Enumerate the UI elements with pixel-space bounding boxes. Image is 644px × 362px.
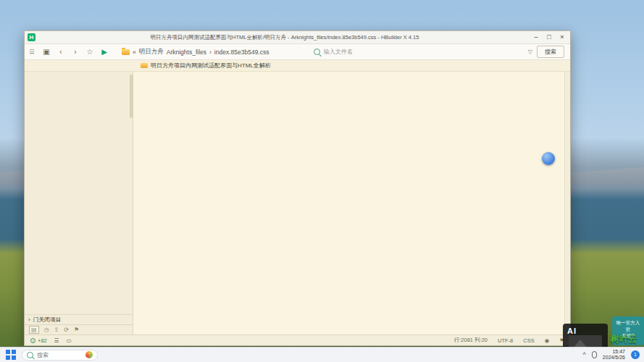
favorite-star-icon[interactable]: ☆ (83, 48, 97, 56)
hidden-icons-chevron[interactable]: ^ (583, 351, 586, 358)
search-icon (314, 49, 320, 55)
toolbar: ⌸ ▣ ‹ › ☆ ▶ « 明日方舟 Arknights_files › ind… (25, 44, 570, 60)
chevron-right-icon: › (209, 49, 212, 56)
breadcrumb-folder[interactable]: Arknights_files (167, 49, 206, 56)
back-icon[interactable]: ‹ (54, 48, 68, 56)
file-explorer-sidebar: › 门关闭项目 ▤ ◷ ⇧ ⟳ ⚑ (25, 72, 133, 334)
status-bar: i+82 ☰ ▭ 行:2081 列:20 UTF-8 CSS ◉ ⚑ (25, 334, 570, 345)
project-label[interactable]: 明日方舟项目内网测试适配界面与HTML全解析 (141, 62, 271, 70)
preview-icon[interactable]: ▭ (66, 337, 71, 344)
search-icon (27, 352, 33, 358)
sidebar-bottom-toolbar: ▤ ◷ ⇧ ⟳ ⚑ (25, 324, 133, 334)
chevron-right-icon: › (28, 316, 30, 323)
notification-badge[interactable]: 1 (631, 350, 640, 359)
search-placeholder: 输入文件名 (324, 48, 353, 56)
breadcrumb-file[interactable]: index.85e3b549.css (214, 49, 269, 56)
project-folder-icon (141, 63, 148, 68)
weather-widget-icon (85, 351, 93, 358)
taskbar-clock[interactable]: 15:47 2024/5/26 (603, 349, 625, 361)
hbuilderx-logo-icon: H (28, 33, 35, 41)
window-titlebar[interactable]: H 明日方舟项目内网测试适配界面与HTML全解析/明日方舟 - Arknight… (25, 31, 570, 44)
close-button[interactable]: × (556, 33, 568, 42)
line-col-indicator[interactable]: 行:2081 列:20 (454, 337, 488, 344)
language-indicator[interactable]: CSS (523, 337, 534, 344)
search-button[interactable]: 搜索 (537, 46, 564, 58)
taskbar: 搜索 ^ 15:47 2024/5/26 1 (0, 347, 644, 362)
minimize-button[interactable]: – (530, 33, 542, 42)
watermark-brand: 树叶云 (611, 333, 637, 345)
flag-icon[interactable]: ⚑ (74, 327, 79, 333)
run-icon[interactable]: ▶ (97, 48, 112, 56)
refresh-icon[interactable]: ⟳ (64, 327, 69, 333)
window-title: 明日方舟项目内网测试适配界面与HTML全解析/明日方舟 - Arknights_… (39, 34, 530, 41)
microphone-icon[interactable] (592, 351, 597, 358)
closed-project-row[interactable]: › 门关闭项目 (25, 314, 133, 324)
update-badge[interactable]: i+82 (30, 337, 47, 344)
forward-icon[interactable]: › (68, 48, 83, 56)
start-button[interactable] (6, 350, 16, 360)
save-icon[interactable]: ▣ (39, 48, 54, 56)
filter-icon[interactable]: ▽ (528, 49, 532, 55)
tab-bar: 明日方舟项目内网测试适配界面与HTML全解析 (25, 60, 570, 72)
taskbar-search[interactable]: 搜索 (22, 350, 98, 361)
outline-icon[interactable]: ☰ (54, 337, 59, 344)
open-directory-icon[interactable]: ▤ (29, 326, 39, 334)
encoding-indicator[interactable]: UTF-8 (498, 337, 513, 344)
hbuilderx-window: H 明日方舟项目内网测试适配界面与HTML全解析/明日方舟 - Arknight… (24, 30, 571, 346)
maximize-button[interactable]: □ (543, 33, 555, 42)
breadcrumb-prefix: « (133, 49, 136, 56)
breadcrumb[interactable]: « 明日方舟 Arknights_files › index.85e3b549.… (122, 48, 269, 56)
sidebar-scrollbar[interactable] (130, 75, 133, 118)
file-tree (25, 72, 133, 314)
history-icon[interactable]: ◷ (44, 327, 49, 333)
system-tray: ^ 15:47 2024/5/26 1 (583, 349, 640, 361)
breadcrumb-root[interactable]: 明日方舟 (139, 48, 164, 56)
console-icon[interactable]: ⌸ (25, 48, 39, 56)
floating-assistant-ball[interactable] (542, 152, 555, 165)
code-editor[interactable] (133, 72, 570, 334)
editor-annotation-strip[interactable] (564, 72, 570, 334)
upload-icon[interactable]: ⇧ (54, 327, 59, 333)
folder-icon (122, 49, 130, 55)
file-search-input[interactable]: 输入文件名 (314, 46, 524, 57)
record-icon[interactable]: ◉ (545, 337, 550, 344)
